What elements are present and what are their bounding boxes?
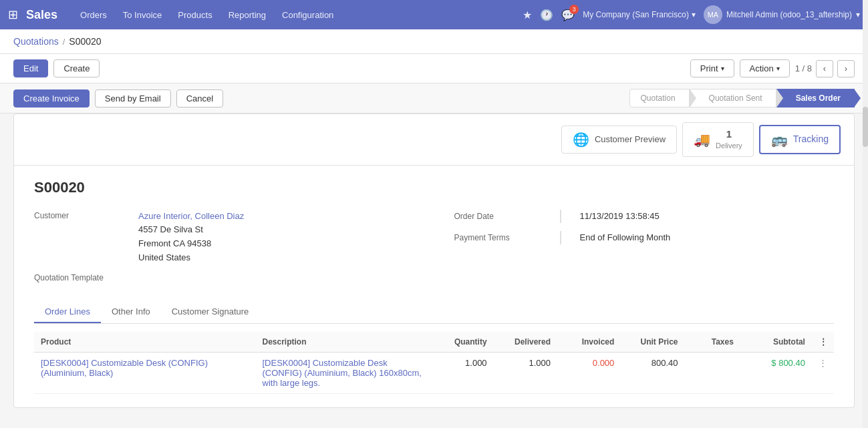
page-info: 1 / 8 <box>795 63 812 73</box>
quotation-template-label: Quotation Template <box>34 273 128 282</box>
divider <box>560 210 561 223</box>
prev-page-button[interactable]: ‹ <box>816 60 833 77</box>
cell-subtotal: $ 800.40 <box>740 352 812 393</box>
col-header-delivered: Delivered <box>494 332 557 353</box>
customer-address: Azure Interior, Colleen Diaz 4557 De Sil… <box>138 210 244 265</box>
breadcrumb-current: S00020 <box>69 36 101 47</box>
col-header-description: Description <box>256 332 430 353</box>
col-header-taxes: Taxes <box>685 332 740 353</box>
order-date-label: Order Date <box>454 212 541 221</box>
tab-order-lines[interactable]: Order Lines <box>34 301 101 323</box>
form-col-left: Customer Azure Interior, Colleen Diaz 45… <box>34 210 414 290</box>
print-dropdown-icon: ▾ <box>721 65 724 72</box>
tab-customer-signature[interactable]: Customer Signature <box>161 301 260 323</box>
user-menu[interactable]: MA Mitchell Admin (odoo_13_aftership) ▾ <box>704 5 860 24</box>
divider2 <box>560 231 561 244</box>
action-dropdown-icon: ▾ <box>776 65 780 72</box>
tracking-label: Tracking <box>793 134 829 144</box>
template-row: Quotation Template <box>34 273 414 282</box>
breadcrumb-parent[interactable]: Quotations <box>13 36 59 47</box>
pagination: 1 / 8 ‹ › <box>795 60 855 77</box>
cell-unit-price: 800.40 <box>621 352 684 393</box>
col-header-invoiced: Invoiced <box>557 332 621 353</box>
nav-orders[interactable]: Orders <box>74 6 114 24</box>
customer-address2: Fremont CA 94538 <box>138 237 244 251</box>
company-selector[interactable]: My Company (San Francisco) ▾ <box>583 10 696 19</box>
col-header-product: Product <box>34 332 256 353</box>
print-label: Print <box>700 63 718 73</box>
col-header-quantity: Quantity <box>430 332 493 353</box>
cell-row-menu[interactable]: ⋮ <box>812 352 834 393</box>
create-button[interactable]: Create <box>53 59 100 77</box>
star-icon[interactable]: ★ <box>523 9 532 21</box>
customer-name[interactable]: Azure Interior, Colleen Diaz <box>138 210 244 224</box>
scrollbar-thumb[interactable] <box>863 107 868 147</box>
nav-products[interactable]: Products <box>171 6 219 24</box>
status-quotation[interactable]: Quotation <box>629 89 690 108</box>
form-section: Customer Azure Interior, Colleen Diaz 45… <box>34 210 834 290</box>
delivery-label: Delivery <box>716 142 742 150</box>
nav-configuration[interactable]: Configuration <box>275 6 340 24</box>
send-by-email-button[interactable]: Send by Email <box>95 89 171 108</box>
table-row: [DESK0004] Customizable Desk (CONFIG) (A… <box>34 352 834 393</box>
form-col-right: Order Date 11/13/2019 13:58:45 Payment T… <box>454 210 835 290</box>
customer-row: Customer Azure Interior, Colleen Diaz 45… <box>34 210 414 265</box>
company-name: My Company (San Francisco) <box>583 10 689 19</box>
tabs: Order Lines Other Info Customer Signatur… <box>34 301 834 324</box>
main-content: 🌐 Customer Preview 🚚 1 Delivery 🚌 Tracki… <box>0 114 868 428</box>
table-header-row: Product Description Quantity Delivered I… <box>34 332 834 353</box>
status-steps: Quotation Quotation Sent Sales Order <box>629 89 855 108</box>
col-header-subtotal: Subtotal <box>740 332 812 353</box>
payment-terms-label: Payment Terms <box>454 233 541 242</box>
globe-icon: 🌐 <box>573 132 589 148</box>
user-name: Mitchell Admin (odoo_13_aftership) <box>726 10 852 19</box>
smart-buttons: 🌐 Customer Preview 🚚 1 Delivery 🚌 Tracki… <box>14 114 854 166</box>
next-page-button[interactable]: › <box>837 60 855 77</box>
document-container: 🌐 Customer Preview 🚚 1 Delivery 🚌 Tracki… <box>13 114 855 408</box>
nav-links: Orders To Invoice Products Reporting Con… <box>74 6 517 24</box>
status-quotation-sent[interactable]: Quotation Sent <box>690 89 776 108</box>
cell-invoiced: 0.000 <box>557 352 621 393</box>
order-date-row: Order Date 11/13/2019 13:58:45 <box>454 210 835 223</box>
company-dropdown-icon: ▾ <box>692 10 696 19</box>
nav-to-invoice[interactable]: To Invoice <box>116 6 169 24</box>
tracking-button[interactable]: 🚌 Tracking <box>759 125 841 154</box>
status-sales-order[interactable]: Sales Order <box>776 89 855 108</box>
document-number: S00020 <box>34 179 834 196</box>
delivery-count: 1 <box>716 128 742 140</box>
breadcrumb: Quotations / S00020 <box>0 29 868 54</box>
customer-address1: 4557 De Silva St <box>138 223 244 237</box>
avatar: MA <box>704 5 722 24</box>
action-label: Action <box>750 63 774 73</box>
cell-quantity: 1.000 <box>430 352 493 393</box>
chat-count: 3 <box>569 5 579 14</box>
clock-icon[interactable]: 🕐 <box>540 9 553 21</box>
chat-badge[interactable]: 💬 3 <box>561 9 575 21</box>
print-button[interactable]: Print ▾ <box>690 59 734 77</box>
truck-icon: 🚚 <box>694 132 710 148</box>
nav-right: ★ 🕐 💬 3 My Company (San Francisco) ▾ MA … <box>523 5 860 24</box>
product-ref[interactable]: [DESK0004] <box>41 358 89 368</box>
cancel-button[interactable]: Cancel <box>176 89 223 108</box>
desc-ref[interactable]: [DESK0004] <box>263 358 311 368</box>
grid-icon[interactable]: ⊞ <box>8 7 18 22</box>
user-dropdown-icon: ▾ <box>856 10 860 19</box>
top-navigation: ⊞ Sales Orders To Invoice Products Repor… <box>0 0 868 29</box>
nav-reporting[interactable]: Reporting <box>222 6 273 24</box>
delivery-button[interactable]: 🚚 1 Delivery <box>682 122 754 157</box>
create-invoice-button[interactable]: Create Invoice <box>13 89 90 108</box>
col-header-menu: ⋮ <box>812 332 834 353</box>
customer-preview-button[interactable]: 🌐 Customer Preview <box>561 126 677 154</box>
action-button[interactable]: Action ▾ <box>740 59 790 77</box>
workflow-bar: Create Invoice Send by Email Cancel Quot… <box>0 83 868 114</box>
app-name[interactable]: Sales <box>26 8 57 22</box>
action-bar: Edit Create Print ▾ Action ▾ 1 / 8 ‹ › <box>0 54 868 83</box>
cell-delivered: 1.000 <box>494 352 557 393</box>
edit-button[interactable]: Edit <box>13 59 48 77</box>
customer-address3: United States <box>138 251 244 265</box>
customer-label: Customer <box>34 210 128 220</box>
order-lines-table: Product Description Quantity Delivered I… <box>34 332 834 394</box>
tab-other-info[interactable]: Other Info <box>101 301 161 323</box>
cell-product: [DESK0004] Customizable Desk (CONFIG) (A… <box>34 352 256 393</box>
form-body: S00020 Customer Azure Interior, Colleen … <box>14 166 854 407</box>
